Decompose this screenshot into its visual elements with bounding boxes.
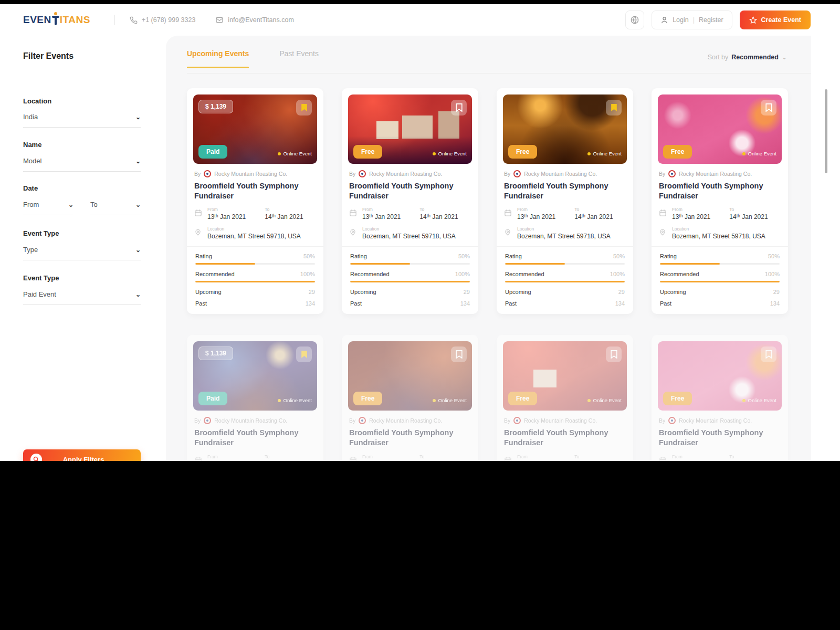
phone-contact[interactable]: +1 (678) 999 3323 bbox=[130, 16, 196, 24]
paid-event-select[interactable]: Paid Event ⌄ bbox=[23, 290, 141, 305]
organizer-name[interactable]: Rocky Mountain Roasting Co. bbox=[214, 171, 287, 177]
tab-upcoming-events[interactable]: Upcoming Events bbox=[187, 49, 249, 67]
event-title[interactable]: Broomfield Youth Symphony Fundraiser bbox=[349, 181, 471, 201]
event-title[interactable]: Broomfield Youth Symphony Fundraiser bbox=[504, 428, 626, 448]
name-select[interactable]: Model ⌄ bbox=[23, 157, 141, 172]
event-card[interactable]: Free Online Event By Rocky Mountain Roas… bbox=[652, 88, 788, 314]
event-card[interactable]: $ 1,139 Paid Online Event By Rocky Mount… bbox=[187, 335, 323, 461]
bookmark-button[interactable] bbox=[606, 346, 622, 362]
organizer-name[interactable]: Rocky Mountain Roasting Co. bbox=[524, 417, 597, 424]
event-card[interactable]: Free Online Event By Rocky Mountain Roas… bbox=[342, 335, 478, 461]
email-contact[interactable]: info@EventTitans.com bbox=[215, 16, 293, 24]
rating-line: Rating 50% bbox=[660, 253, 780, 259]
event-card[interactable]: Free Online Event By Rocky Mountain Roas… bbox=[497, 335, 633, 461]
card-stats: Rating 50% Recommended 100% Upcoming 29 … bbox=[342, 246, 478, 314]
event-title[interactable]: Broomfield Youth Symphony Fundraiser bbox=[194, 428, 316, 448]
organizer-byline: By Rocky Mountain Roasting Co. bbox=[659, 170, 781, 177]
card-body: By Rocky Mountain Roasting Co. Broomfiel… bbox=[342, 164, 478, 240]
name-label: Name bbox=[23, 141, 41, 149]
bookmark-button[interactable] bbox=[296, 346, 312, 362]
create-event-button[interactable]: Create Event bbox=[740, 10, 811, 29]
by-label: By bbox=[659, 417, 665, 424]
login-link[interactable]: Login bbox=[673, 16, 689, 24]
card-stats: Rating 50% Recommended 100% Upcoming 29 … bbox=[652, 246, 788, 314]
organizer-name[interactable]: Rocky Mountain Roasting Co. bbox=[679, 171, 752, 177]
past-line: Past 134 bbox=[195, 300, 315, 307]
by-label: By bbox=[194, 171, 201, 177]
event-image: Free Online Event bbox=[503, 94, 627, 164]
price-type-badge: Paid bbox=[198, 392, 227, 405]
past-count: 134 bbox=[306, 300, 315, 307]
organizer-logo bbox=[204, 170, 211, 177]
bookmark-button[interactable] bbox=[761, 100, 776, 116]
bookmark-button[interactable] bbox=[606, 100, 622, 116]
price-type-badge: Free bbox=[663, 392, 692, 405]
bookmark-button[interactable] bbox=[761, 346, 776, 362]
card-body: By Rocky Mountain Roasting Co. Broomfiel… bbox=[187, 164, 323, 240]
rating-progressbar bbox=[195, 263, 315, 265]
location-select[interactable]: India ⌄ bbox=[23, 113, 141, 128]
event-image: $ 1,139 Paid Online Event bbox=[193, 341, 317, 411]
location-row: Location Bozeman, MT Street 59718, USA bbox=[349, 226, 471, 240]
price-type-badge: Free bbox=[353, 145, 382, 159]
event-title[interactable]: Broomfield Youth Symphony Fundraiser bbox=[194, 181, 316, 201]
chevron-down-icon: ⌄ bbox=[68, 203, 74, 206]
dates-row: From 13ᵗʰ Jan 2021 To 14ᵗʰ Jan 2021 bbox=[349, 207, 471, 220]
event-title[interactable]: Broomfield Youth Symphony Fundraiser bbox=[659, 428, 781, 448]
event-card[interactable]: Free Online Event By Rocky Mountain Roas… bbox=[342, 88, 478, 314]
event-title[interactable]: Broomfield Youth Symphony Fundraiser bbox=[659, 181, 781, 201]
online-dot-icon bbox=[742, 399, 746, 402]
to-label: To bbox=[574, 207, 613, 212]
to-label: To bbox=[419, 454, 458, 459]
sort-value[interactable]: Recommended bbox=[731, 54, 779, 61]
event-card[interactable]: Free Online Event By Rocky Mountain Roas… bbox=[652, 335, 788, 461]
brand-logo[interactable]: EVEN ITANS bbox=[23, 14, 90, 26]
event-image: Free Online Event bbox=[348, 341, 472, 411]
organizer-logo bbox=[204, 417, 211, 424]
by-label: By bbox=[504, 171, 510, 177]
event-title[interactable]: Broomfield Youth Symphony Fundraiser bbox=[349, 428, 471, 448]
logo-t-icon bbox=[52, 14, 59, 26]
rating-percent: 50% bbox=[458, 253, 470, 259]
bookmark-button[interactable] bbox=[451, 346, 467, 362]
online-dot-icon bbox=[587, 399, 591, 402]
sort-control[interactable]: Sort by Recommended ⌄ bbox=[708, 54, 787, 61]
price-badge: $ 1,139 bbox=[198, 346, 233, 360]
phone-number: +1 (678) 999 3323 bbox=[142, 16, 196, 24]
organizer-name[interactable]: Rocky Mountain Roasting Co. bbox=[369, 417, 442, 424]
tab-past-events[interactable]: Past Events bbox=[279, 49, 319, 67]
dates-row: From 13ᵗʰ Jan 2021 To 14ᵗʰ Jan 2021 bbox=[659, 207, 781, 220]
register-link[interactable]: Register bbox=[699, 16, 723, 24]
to-label: To bbox=[729, 207, 768, 212]
event-image: Free Online Event bbox=[658, 94, 782, 164]
apply-filters-label: Apply Filters bbox=[42, 456, 125, 461]
event-title[interactable]: Broomfield Youth Symphony Fundraiser bbox=[504, 181, 626, 201]
mail-icon bbox=[215, 16, 224, 24]
language-globe-button[interactable] bbox=[625, 10, 644, 29]
from-label: From bbox=[672, 454, 710, 459]
event-card[interactable]: Free Online Event By Rocky Mountain Roas… bbox=[497, 88, 633, 314]
search-icon bbox=[30, 454, 42, 461]
organizer-name[interactable]: Rocky Mountain Roasting Co. bbox=[214, 417, 287, 424]
bookmark-button[interactable] bbox=[296, 100, 312, 116]
calendar-icon bbox=[349, 454, 358, 461]
event-type-select[interactable]: Type ⌄ bbox=[23, 246, 141, 260]
recommended-percent: 100% bbox=[610, 271, 625, 277]
date-to-select[interactable]: To ⌄ bbox=[90, 201, 141, 215]
event-card[interactable]: $ 1,139 Paid Online Event By Rocky Mount… bbox=[187, 88, 323, 314]
apply-filters-button[interactable]: Apply Filters bbox=[23, 449, 141, 461]
organizer-name[interactable]: Rocky Mountain Roasting Co. bbox=[369, 171, 442, 177]
from-date: 13ᵗʰ Jan 2021 bbox=[207, 213, 246, 220]
upcoming-line: Upcoming 29 bbox=[350, 289, 470, 295]
event-image: $ 1,139 Paid Online Event bbox=[193, 94, 317, 164]
organizer-logo bbox=[668, 417, 676, 424]
auth-divider: | bbox=[693, 16, 695, 24]
organizer-name[interactable]: Rocky Mountain Roasting Co. bbox=[524, 171, 597, 177]
from-label: From bbox=[517, 207, 555, 212]
date-from-select[interactable]: From ⌄ bbox=[23, 201, 74, 215]
bookmark-button[interactable] bbox=[451, 100, 467, 116]
organizer-name[interactable]: Rocky Mountain Roasting Co. bbox=[679, 417, 752, 424]
upcoming-count: 29 bbox=[618, 289, 625, 295]
vertical-scrollbar[interactable] bbox=[825, 89, 827, 173]
location-value: Bozeman, MT Street 59718, USA bbox=[207, 233, 301, 240]
